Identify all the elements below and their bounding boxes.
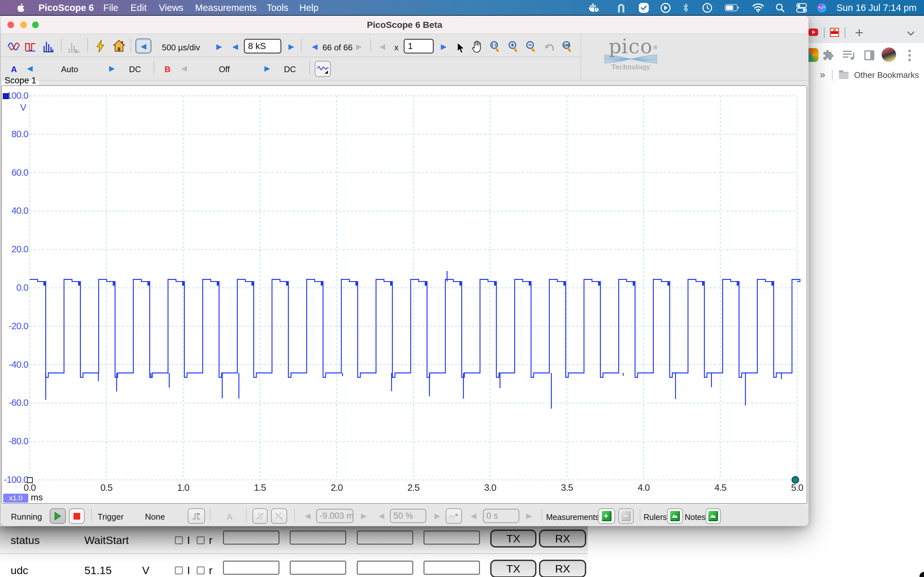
battery-menu-icon[interactable] [724,2,740,13]
media-queue-icon[interactable] [843,50,855,60]
autosetup-lightning-icon[interactable] [95,39,105,53]
wifi-menu-icon[interactable] [752,2,764,13]
channel-a-range-up-arrow[interactable]: ▶ [109,64,115,73]
zoom-in-tool-icon[interactable] [507,41,519,53]
delay-increase-arrow[interactable]: ▶ [526,512,532,520]
side-panel-icon[interactable] [864,50,875,61]
bookmarks-overflow-chevrons[interactable]: » [820,69,825,81]
timebase-decrease-button[interactable]: ◀ [136,39,152,53]
start-button[interactable] [50,508,66,524]
delay-decrease-arrow[interactable]: ◀ [471,512,477,520]
menu-tools[interactable]: Tools [267,3,288,13]
channel-a-bottom-handle[interactable] [27,477,33,483]
tab-search-chevron-icon[interactable] [907,31,915,36]
timebase-increase-arrow[interactable]: ▶ [216,42,222,51]
control-center-menu-icon[interactable] [796,2,807,13]
status-row-unit: V [142,564,150,577]
trigger-threshold-field[interactable]: -9.003 mV [316,509,354,523]
status-row-field[interactable] [290,561,346,575]
axis-end-marker [792,477,799,484]
browser-menu-dots-icon[interactable] [908,49,911,61]
spectrum-view-icon[interactable] [25,41,36,52]
trigger-delay-field[interactable]: 0 s [483,509,519,523]
menu-help[interactable]: Help [299,3,318,13]
channel-b-coupling[interactable]: DC [284,64,296,74]
rulers-button[interactable] [667,508,683,524]
channel-a-range-down-arrow[interactable]: ◀ [27,64,33,73]
channel-a-top-handle[interactable] [3,93,9,99]
status-row-field[interactable] [357,561,413,575]
home-settings-icon[interactable] [112,39,126,52]
status-row-checkbox-r[interactable] [197,536,205,544]
channel-a-range[interactable]: Auto [52,64,87,74]
persistence-view-icon[interactable] [42,41,54,52]
zoom-decrease-arrow[interactable]: ◀ [380,42,385,51]
status-row-field[interactable] [223,530,279,545]
scope-plot[interactable] [1,81,809,504]
threshold-decrease-arrow[interactable]: ◀ [305,512,310,520]
rx-button[interactable]: RX [539,560,586,577]
other-bookmarks-label[interactable]: Other Bookmarks [854,70,919,80]
scope-view-icon[interactable] [7,41,20,52]
menu-app-name[interactable]: PicoScope 6 [39,3,94,13]
zoom-input[interactable]: 1 [404,39,434,53]
scope-tab-label[interactable]: Scope 1 [2,76,39,85]
browser-profile-avatar[interactable] [882,47,896,62]
menu-file[interactable]: File [103,3,118,13]
menu-clock[interactable]: Sun 16 Jul 7:14 pm [837,3,917,13]
channel-b-range-up-arrow[interactable]: ▶ [264,64,270,73]
trigger-mode[interactable]: None [145,512,165,522]
status-row-field[interactable] [223,561,279,575]
status-row-checkbox-r[interactable] [197,566,205,574]
extensions-puzzle-icon[interactable] [823,49,835,61]
spotlight-menu-icon[interactable] [774,2,786,13]
play-circle-menu-icon[interactable] [660,2,671,13]
channel-b-range-down-arrow[interactable]: ◀ [181,64,187,73]
royalmail-pinned-tab-icon[interactable] [830,28,839,37]
arc-app-menu-icon[interactable] [615,2,627,13]
docker-menu-icon[interactable] [588,2,599,13]
tx-button[interactable]: TX [490,560,536,577]
pretrigger-increase-arrow[interactable]: ▶ [435,512,440,520]
buffer-next-arrow[interactable]: ▶ [356,42,362,51]
signal-generator-button[interactable] [315,61,331,77]
status-row-field[interactable] [423,561,480,575]
buffer-prev-arrow[interactable]: ◀ [312,42,318,51]
time-machine-menu-icon[interactable] [701,2,713,13]
pretrigger-field[interactable]: 50 % [390,509,426,523]
menu-edit[interactable]: Edit [131,3,147,13]
youtube-pinned-tab-icon[interactable] [809,29,818,36]
status-row-field[interactable] [290,530,346,545]
stop-button[interactable] [69,508,85,524]
status-row-field[interactable] [423,530,480,545]
status-row-field[interactable] [357,530,413,545]
pretrigger-decrease-arrow[interactable]: ◀ [379,512,384,520]
zoom-out-tool-icon[interactable] [525,41,537,53]
timebase-value[interactable]: 500 µs/div [161,43,201,53]
samples-increase-arrow[interactable]: ▶ [288,42,294,51]
zoom-100-tool-icon[interactable]: 100 [561,41,573,53]
notes-button[interactable] [706,508,721,524]
window-titlebar[interactable]: PicoScope 6 Beta [1,16,809,34]
zoom-increase-arrow[interactable]: ▶ [441,42,447,51]
channel-a-coupling[interactable]: DC [129,64,141,74]
apple-menu-icon[interactable] [17,3,24,12]
add-measurement-button[interactable]: + [598,508,615,524]
menu-measurements[interactable]: Measurements [195,3,257,13]
waveform-trace [30,279,800,378]
samples-input[interactable]: 8 kS [244,39,281,53]
samples-decrease-arrow[interactable]: ◀ [232,42,238,51]
status-row-checkbox-i[interactable] [175,536,183,544]
channel-b-range[interactable]: Off [206,64,242,74]
new-tab-icon[interactable] [855,29,863,37]
threshold-increase-arrow[interactable]: ▶ [361,512,367,520]
rx-button[interactable]: RX [539,530,586,548]
tx-button[interactable]: TX [490,530,536,548]
hand-tool-icon[interactable] [472,41,483,53]
siri-menu-icon[interactable] [816,2,827,13]
menu-views[interactable]: Views [159,3,184,13]
bluetooth-menu-icon[interactable] [680,2,691,13]
marquee-zoom-tool-icon[interactable] [489,41,501,53]
todo-check-menu-icon[interactable] [638,2,649,13]
status-row-checkbox-i[interactable] [175,566,183,574]
